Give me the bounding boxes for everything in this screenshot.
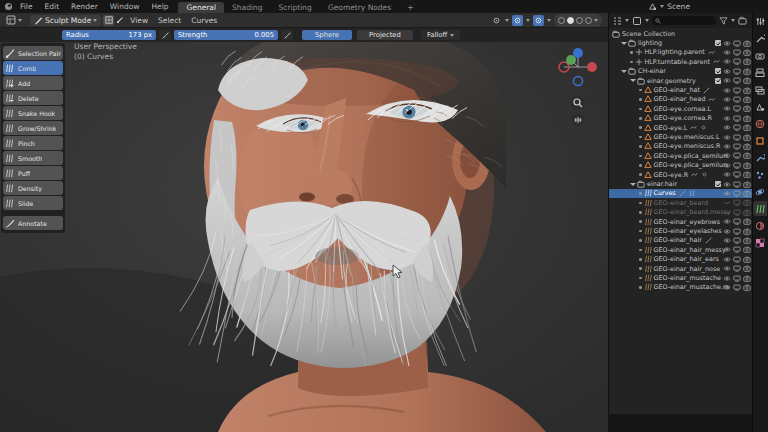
object-tab-icon[interactable] <box>753 133 767 148</box>
menu-help[interactable]: Help <box>145 0 174 13</box>
outliner-row-geo-einar-hair-messy[interactable]: GEO-einar_hair_messy <box>609 245 753 254</box>
eye-toggle-icon[interactable] <box>723 68 731 75</box>
camera-toggle-icon[interactable] <box>743 209 751 216</box>
expand-caret-icon[interactable] <box>621 70 627 73</box>
camera-toggle-icon[interactable] <box>743 58 751 65</box>
screen-toggle-icon[interactable] <box>733 181 741 188</box>
navigation-gizmo[interactable] <box>556 46 602 142</box>
camera-toggle-icon[interactable] <box>743 40 751 47</box>
eye-toggle-icon[interactable] <box>723 162 731 169</box>
camera-toggle-icon[interactable] <box>743 68 751 75</box>
display-mode-icon[interactable] <box>632 16 642 26</box>
shading-caret-icon[interactable] <box>594 19 598 22</box>
screen-toggle-icon[interactable] <box>733 49 741 56</box>
outliner-row-geo-eye-meniscus-l[interactable]: GEO-eye.meniscus.L <box>609 132 753 141</box>
viewport-menu-select[interactable]: Select <box>153 16 186 25</box>
eye-toggle-icon[interactable] <box>723 77 731 84</box>
shading-wireframe-icon[interactable] <box>558 17 565 24</box>
viewport-menu-view[interactable]: View <box>125 16 153 25</box>
eye-toggle-icon[interactable] <box>723 49 731 56</box>
camera-toggle-icon[interactable] <box>743 265 751 272</box>
tool-annotate[interactable]: Annotate <box>3 216 63 230</box>
eye-toggle-icon[interactable] <box>723 181 731 188</box>
camera-toggle-icon[interactable] <box>743 171 751 178</box>
tool-comb[interactable]: Comb <box>3 61 63 75</box>
screen-toggle-icon[interactable] <box>733 171 741 178</box>
filter-caret-icon[interactable] <box>731 19 735 22</box>
screen-toggle-icon[interactable] <box>733 265 741 272</box>
snapping-icon-caret[interactable] <box>526 19 530 22</box>
eye-toggle-icon[interactable] <box>723 228 731 235</box>
screen-toggle-icon[interactable] <box>733 275 741 282</box>
tool-puff[interactable]: Puff <box>3 166 63 180</box>
screen-toggle-icon[interactable] <box>733 209 741 216</box>
overlays-icon-caret[interactable] <box>547 19 551 22</box>
properties-editor-icon[interactable] <box>753 14 767 29</box>
screen-toggle-icon[interactable] <box>733 77 741 84</box>
outliner-row-geo-einar-eyebrows[interactable]: GEO-einar_eyebrows <box>609 217 753 226</box>
eye-toggle-icon[interactable] <box>723 115 731 122</box>
screen-toggle-icon[interactable] <box>733 143 741 150</box>
screen-toggle-icon[interactable] <box>733 40 741 47</box>
camera-toggle-icon[interactable] <box>743 199 751 206</box>
camera-toggle-icon[interactable] <box>743 228 751 235</box>
physics-tab-icon[interactable] <box>753 184 767 199</box>
workspace-tab-shading[interactable]: Shading <box>224 2 270 13</box>
screen-toggle-icon[interactable] <box>733 284 741 291</box>
eye-toggle-icon[interactable] <box>723 87 731 94</box>
eye-toggle-icon[interactable] <box>723 152 731 159</box>
editor-type-button[interactable] <box>2 15 26 26</box>
outliner-row-einar-hair[interactable]: einar.hair <box>609 179 753 188</box>
outliner-row-lighting[interactable]: lighting <box>609 38 753 47</box>
screen-toggle-icon[interactable] <box>733 68 741 75</box>
outliner-row-geo-einar-hat[interactable]: GEO-einar_hat <box>609 85 753 94</box>
outliner-row-geo-eye-plica-semilun-[interactable]: GEO-eye.plica_semilun. <box>609 151 753 160</box>
eye-toggle-icon[interactable] <box>723 265 731 272</box>
outliner-row-ch-einar[interactable]: CH-einar <box>609 67 753 76</box>
menu-edit[interactable]: Edit <box>39 0 66 13</box>
outliner-editor-icon[interactable] <box>612 16 622 26</box>
screen-toggle-icon[interactable] <box>733 228 741 235</box>
tool-slide[interactable]: Slide <box>3 196 63 210</box>
tool-add[interactable]: Add <box>3 76 63 90</box>
outliner-row-geo-eye-cornea-r[interactable]: GEO-eye.cornea.R <box>609 114 753 123</box>
eye-toggle-icon[interactable] <box>723 237 731 244</box>
outliner-row-geo-einar-head[interactable]: GEO-einar_head <box>609 95 753 104</box>
falloff-dropdown[interactable]: Falloff <box>421 30 460 40</box>
tool-selection-paint[interactable]: Selection Paint <box>3 46 63 60</box>
workspace-tab-+[interactable]: + <box>399 2 421 13</box>
screen-toggle-icon[interactable] <box>733 124 741 131</box>
camera-toggle-icon[interactable] <box>743 190 751 197</box>
camera-toggle-icon[interactable] <box>743 105 751 112</box>
screen-toggle-icon[interactable] <box>733 256 741 263</box>
eye-toggle-icon[interactable] <box>723 40 731 47</box>
sculpt-option-b-icon[interactable] <box>114 15 125 26</box>
menu-window[interactable]: Window <box>104 0 146 13</box>
screen-toggle-icon[interactable] <box>733 115 741 122</box>
eye-toggle-icon[interactable] <box>723 190 731 197</box>
blender-logo-icon[interactable] <box>3 1 14 12</box>
eye-toggle-icon[interactable] <box>723 58 731 65</box>
outliner-row-hlp-lighting-parent[interactable]: HLP.lighting.parent <box>609 48 753 57</box>
workspace-tab-general[interactable]: General <box>178 2 224 13</box>
collection-checkbox[interactable] <box>715 181 721 187</box>
view-layer-tab-icon[interactable] <box>753 82 767 97</box>
screen-toggle-icon[interactable] <box>733 87 741 94</box>
camera-toggle-icon[interactable] <box>743 218 751 225</box>
outliner-row-geo-eye-l[interactable]: GEO-eye.L <box>609 123 753 132</box>
screen-toggle-icon[interactable] <box>733 96 741 103</box>
strength-pressure-icon[interactable] <box>281 30 293 40</box>
shading-rendered-icon[interactable] <box>585 17 592 24</box>
screen-toggle-icon[interactable] <box>733 237 741 244</box>
world-tab-icon[interactable] <box>753 116 767 131</box>
eye-toggle-icon[interactable] <box>723 171 731 178</box>
outliner-row-geo-einar-hair[interactable]: GEO-einar_hair <box>609 236 753 245</box>
viewport-menu-curves[interactable]: Curves <box>186 16 222 25</box>
outliner-row-geo-einar-beard[interactable]: GEO-einar_beard <box>609 198 753 207</box>
texture-tab-icon[interactable] <box>753 235 767 250</box>
tool-grow-shrink[interactable]: Grow/Shrink <box>3 121 63 135</box>
snapping-icon[interactable] <box>512 15 523 26</box>
outliner-row-geo-einar-hair-nose[interactable]: GEO-einar_hair_nose <box>609 264 753 273</box>
3d-viewport[interactable] <box>0 28 608 432</box>
camera-toggle-icon[interactable] <box>743 77 751 84</box>
